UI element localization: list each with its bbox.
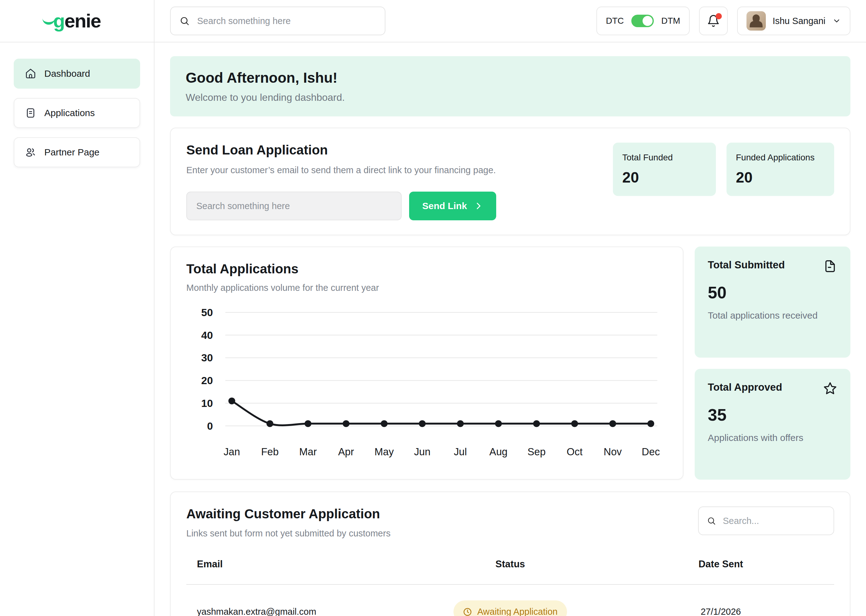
total-approved-label: Total Approved bbox=[708, 381, 782, 393]
profile-menu[interactable]: Ishu Sangani bbox=[737, 6, 850, 35]
logo: genie bbox=[0, 0, 154, 42]
svg-text:Dec: Dec bbox=[641, 446, 660, 457]
star-icon bbox=[823, 381, 837, 396]
awaiting-search bbox=[698, 506, 834, 535]
sidebar-nav: Dashboard Applications Partner Page bbox=[0, 42, 154, 193]
total-submitted-description: Total applications received bbox=[708, 310, 837, 321]
send-link-label: Send Link bbox=[422, 201, 467, 211]
send-loan-form: Send Link bbox=[186, 192, 600, 220]
svg-text:40: 40 bbox=[201, 329, 213, 341]
total-approved-card: Total Approved 35 Applications with offe… bbox=[695, 369, 850, 480]
awaiting-subtitle: Links sent but form not yet submitted by… bbox=[186, 528, 390, 539]
awaiting-search-input[interactable] bbox=[722, 515, 825, 526]
column-header-email: Email bbox=[186, 559, 413, 570]
column-header-status: Status bbox=[413, 559, 608, 570]
sidebar: genie Dashboard Applications Partner Pag… bbox=[0, 0, 154, 616]
file-text-icon bbox=[823, 259, 837, 273]
greeting-subtitle: Welcome to you lending dashboard. bbox=[186, 92, 835, 103]
greeting-banner: Good Afternoon, Ishu! Welcome to you len… bbox=[170, 56, 850, 116]
notification-dot bbox=[715, 13, 722, 19]
sidebar-item-partner-page[interactable]: Partner Page bbox=[14, 137, 140, 167]
svg-text:0: 0 bbox=[207, 420, 213, 432]
user-name: Ishu Sangani bbox=[773, 16, 825, 26]
svg-text:May: May bbox=[374, 446, 394, 457]
status-badge: Awaiting Application bbox=[453, 600, 567, 616]
svg-text:20: 20 bbox=[201, 374, 213, 386]
greeting-title: Good Afternoon, Ishu! bbox=[186, 69, 835, 86]
chevron-right-icon bbox=[474, 201, 483, 211]
toggle-switch[interactable] bbox=[631, 15, 654, 27]
content-column: DTC DTM Ishu Sangani Go bbox=[154, 0, 866, 616]
svg-text:Feb: Feb bbox=[261, 446, 279, 457]
search-icon bbox=[707, 515, 716, 526]
awaiting-title: Awaiting Customer Application bbox=[186, 506, 390, 522]
clock-icon bbox=[463, 607, 472, 616]
total-approved-description: Applications with offers bbox=[708, 432, 837, 443]
svg-text:Jun: Jun bbox=[414, 446, 431, 457]
global-search-input[interactable] bbox=[196, 16, 376, 27]
chart-title: Total Applications bbox=[186, 261, 667, 277]
users-icon bbox=[25, 147, 36, 158]
customer-email-input[interactable] bbox=[186, 192, 402, 220]
svg-text:50: 50 bbox=[201, 306, 213, 318]
total-submitted-label: Total Submitted bbox=[708, 259, 785, 271]
total-submitted-card: Total Submitted 50 Total applications re… bbox=[695, 247, 850, 358]
awaiting-header-text: Awaiting Customer Application Links sent… bbox=[186, 506, 390, 539]
send-loan-subtitle: Enter your customer’s email to send them… bbox=[186, 165, 600, 175]
send-loan-title: Send Loan Application bbox=[186, 143, 600, 157]
svg-text:Jul: Jul bbox=[454, 446, 467, 457]
file-text-icon bbox=[25, 107, 36, 119]
total-submitted-head: Total Submitted bbox=[708, 259, 837, 273]
svg-text:Sep: Sep bbox=[527, 446, 545, 457]
awaiting-header: Awaiting Customer Application Links sent… bbox=[186, 506, 834, 539]
logo-text: genie bbox=[53, 11, 101, 31]
svg-text:10: 10 bbox=[201, 397, 213, 409]
table-header-row: Email Status Date Sent bbox=[186, 559, 834, 570]
sidebar-item-applications[interactable]: Applications bbox=[14, 98, 140, 128]
total-approved-value: 35 bbox=[708, 405, 837, 424]
row-status-cell: Awaiting Application bbox=[413, 600, 608, 616]
avatar-silhouette bbox=[747, 11, 766, 31]
send-loan-left: Send Loan Application Enter your custome… bbox=[186, 143, 600, 220]
send-loan-card: Send Loan Application Enter your custome… bbox=[170, 127, 850, 235]
svg-text:Mar: Mar bbox=[299, 446, 317, 457]
svg-text:Nov: Nov bbox=[604, 446, 622, 457]
status-badge-label: Awaiting Application bbox=[477, 607, 557, 616]
dtc-dtm-toggle[interactable]: DTC DTM bbox=[596, 6, 689, 35]
row-email: yashmakan.extra@gmail.com bbox=[186, 607, 413, 616]
send-link-button[interactable]: Send Link bbox=[409, 192, 496, 220]
applications-line-chart: 01020304050JanFebMarAprMayJunJulAugSepOc… bbox=[186, 302, 667, 465]
home-icon bbox=[25, 68, 36, 79]
sidebar-item-dashboard[interactable]: Dashboard bbox=[14, 59, 140, 89]
table-row: yashmakan.extra@gmail.com Awaiting Appli… bbox=[186, 585, 834, 616]
awaiting-applications-card: Awaiting Customer Application Links sent… bbox=[170, 492, 850, 616]
svg-text:Apr: Apr bbox=[338, 446, 354, 457]
global-search bbox=[170, 6, 385, 35]
avatar bbox=[747, 11, 766, 31]
sidebar-item-label: Dashboard bbox=[44, 68, 90, 79]
bell-wrap bbox=[707, 14, 720, 27]
svg-text:30: 30 bbox=[201, 352, 213, 363]
total-funded-label: Total Funded bbox=[622, 152, 707, 163]
search-icon bbox=[179, 15, 190, 27]
toggle-knob bbox=[643, 16, 652, 26]
total-applications-chart-card: Total Applications Monthly applications … bbox=[170, 247, 684, 479]
chart-subtitle: Monthly applications volume for the curr… bbox=[186, 283, 667, 293]
toggle-left-label: DTC bbox=[606, 16, 624, 26]
summary-cards: Total Submitted 50 Total applications re… bbox=[695, 247, 850, 479]
funded-applications-card: Funded Applications 20 bbox=[726, 143, 834, 196]
notifications-button[interactable] bbox=[699, 6, 728, 35]
column-header-date-sent: Date Sent bbox=[607, 559, 834, 570]
funded-applications-label: Funded Applications bbox=[736, 152, 825, 163]
toggle-right-label: DTM bbox=[661, 16, 680, 26]
svg-text:Oct: Oct bbox=[567, 446, 583, 457]
chevron-down-icon bbox=[832, 17, 841, 25]
svg-text:Aug: Aug bbox=[489, 446, 508, 457]
svg-text:Jan: Jan bbox=[223, 446, 240, 457]
total-funded-card: Total Funded 20 bbox=[613, 143, 716, 196]
app-root: genie Dashboard Applications Partner Pag… bbox=[0, 0, 866, 616]
middle-row: Total Applications Monthly applications … bbox=[170, 247, 850, 479]
topbar: DTC DTM Ishu Sangani bbox=[154, 0, 866, 42]
total-submitted-value: 50 bbox=[708, 283, 837, 302]
funded-applications-value: 20 bbox=[736, 169, 825, 186]
